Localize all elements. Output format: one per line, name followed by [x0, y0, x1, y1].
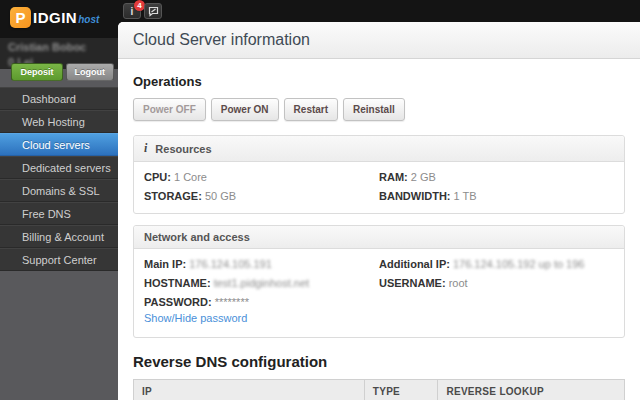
sidebar-item-web-hosting[interactable]: Web Hosting	[0, 110, 118, 133]
sidebar-item-free-dns[interactable]: Free DNS	[0, 202, 118, 225]
sidebar-item-dashboard[interactable]: Dashboard	[0, 87, 118, 110]
main-ip-label: Main IP:	[144, 258, 186, 270]
resources-panel-header: i Resources	[134, 136, 624, 162]
network-panel-header: Network and access	[134, 226, 624, 249]
network-right-column: Additional IP: 176.124.105.192 up to 196…	[379, 258, 614, 326]
ram-field: RAM: 2 GB	[379, 171, 614, 183]
logo-p-tile: P	[10, 7, 31, 28]
column-header-reverse-lookup: REVERSE LOOKUP	[438, 380, 625, 400]
network-left-column: Main IP: 176.124.105.191 HOSTNAME: test1…	[144, 258, 379, 326]
storage-value: 50 GB	[205, 190, 236, 202]
logout-button[interactable]: Logout	[66, 63, 115, 81]
network-fields: Main IP: 176.124.105.191 HOSTNAME: test1…	[134, 249, 624, 337]
hostname-field: HOSTNAME: test1.pidginhost.net	[144, 277, 379, 289]
sidebar-item-support-center[interactable]: Support Center	[0, 248, 118, 271]
sidebar-item-dedicated-servers[interactable]: Dedicated servers	[0, 156, 118, 179]
additional-ip-label: Additional IP:	[379, 258, 450, 270]
network-panel: Network and access Main IP: 176.124.105.…	[133, 225, 625, 338]
password-field: PASSWORD: ********	[144, 296, 379, 308]
hostname-value: test1.pidginhost.net	[214, 277, 309, 289]
sidebar-item-cloud-servers[interactable]: Cloud servers	[0, 133, 118, 156]
reinstall-button[interactable]: Reinstall	[343, 98, 405, 121]
show-hide-password-link[interactable]: Show/Hide password	[144, 312, 247, 324]
power-on-button[interactable]: Power ON	[211, 98, 279, 121]
operations-buttons: Power OFF Power ON Restart Reinstall	[133, 98, 625, 121]
bandwidth-value: 1 TB	[454, 190, 477, 202]
content-body: Operations Power OFF Power ON Restart Re…	[118, 74, 640, 400]
additional-ip-value: 176.124.105.192 up to 196	[453, 258, 585, 270]
resources-heading: Resources	[155, 143, 211, 155]
page-title: Cloud Server information	[133, 31, 310, 49]
reverse-dns-heading: Reverse DNS configuration	[133, 353, 625, 370]
cpu-field: CPU: 1 Core	[144, 171, 379, 183]
network-heading: Network and access	[144, 231, 250, 243]
info-icon: i	[144, 141, 147, 156]
title-bar: Cloud Server information	[118, 22, 640, 59]
topbar: i 4	[123, 3, 162, 19]
annotation-button[interactable]	[144, 3, 162, 19]
sidebar-menu: Dashboard Web Hosting Cloud servers Dedi…	[0, 87, 118, 271]
logo-suffix: host	[78, 14, 99, 25]
sidebar: Cristian Boboc 0 Lei Deposit Logout Dash…	[0, 38, 118, 400]
deposit-button[interactable]: Deposit	[11, 63, 62, 81]
password-label: PASSWORD:	[144, 296, 212, 308]
username-value: root	[449, 277, 468, 289]
column-header-ip: IP	[134, 380, 365, 400]
user-name: Cristian Boboc	[8, 41, 118, 53]
resources-panel: i Resources CPU: 1 Core RAM: 2 GB STORAG…	[133, 135, 625, 214]
password-value: ********	[215, 296, 249, 308]
sidebar-item-domains-ssl[interactable]: Domains & SSL	[0, 179, 118, 202]
bandwidth-label: BANDWIDTH:	[379, 190, 450, 202]
reverse-dns-table: IP TYPE REVERSE LOOKUP 176.124.105.191 P…	[133, 379, 625, 400]
user-box: Cristian Boboc 0 Lei Deposit Logout	[0, 38, 118, 69]
ram-value: 2 GB	[411, 171, 436, 183]
restart-button[interactable]: Restart	[284, 98, 338, 121]
sidebar-item-billing-account[interactable]: Billing & Account	[0, 225, 118, 248]
cpu-value: 1 Core	[174, 171, 207, 183]
main-content: Cloud Server information Operations Powe…	[118, 22, 640, 400]
cpu-label: CPU:	[144, 171, 171, 183]
column-header-type: TYPE	[364, 380, 438, 400]
resources-fields: CPU: 1 Core RAM: 2 GB STORAGE: 50 GB BAN…	[134, 162, 624, 213]
table-header-row: IP TYPE REVERSE LOOKUP	[134, 380, 625, 400]
logo-text: IDGIN	[33, 9, 77, 26]
user-actions: Deposit Logout	[11, 63, 114, 81]
storage-label: STORAGE:	[144, 190, 202, 202]
power-off-button[interactable]: Power OFF	[133, 98, 206, 121]
brand-logo[interactable]: P IDGIN host	[10, 7, 99, 28]
additional-ip-field: Additional IP: 176.124.105.192 up to 196	[379, 258, 614, 270]
info-icon: i	[131, 6, 134, 17]
hostname-label: HOSTNAME:	[144, 277, 211, 289]
username-field: USERNAME: root	[379, 277, 614, 289]
main-ip-field: Main IP: 176.124.105.191	[144, 258, 379, 270]
ram-label: RAM:	[379, 171, 408, 183]
operations-heading: Operations	[133, 74, 625, 89]
bandwidth-field: BANDWIDTH: 1 TB	[379, 190, 614, 202]
main-ip-value: 176.124.105.191	[189, 258, 272, 270]
annotation-bubble-icon	[148, 6, 159, 17]
username-label: USERNAME:	[379, 277, 446, 289]
screen: i 4 P IDGIN host Cristian Boboc 0 Lei De…	[0, 0, 640, 400]
info-button[interactable]: i 4	[123, 3, 141, 19]
storage-field: STORAGE: 50 GB	[144, 190, 379, 202]
